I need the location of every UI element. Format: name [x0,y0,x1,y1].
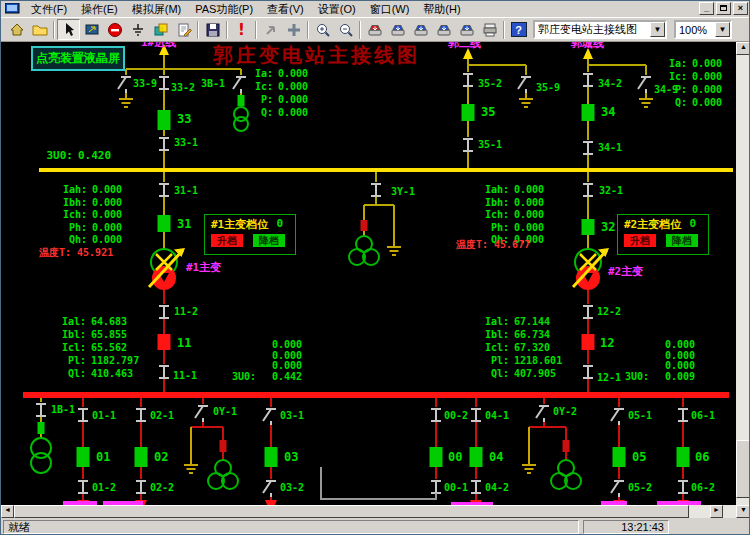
scroll-up-icon[interactable]: ▲ [736,42,750,55]
device-blue-button[interactable] [386,19,409,40]
switch-01-2[interactable] [78,481,88,493]
switch-11-1[interactable] [159,366,169,378]
chevron-down-icon[interactable]: ▼ [650,22,665,37]
breaker-33[interactable] [158,110,171,130]
ground-tool-button[interactable] [126,19,149,40]
switch-12-1[interactable] [583,366,593,378]
switch-35-9[interactable] [518,77,531,93]
breaker-31[interactable] [158,215,171,232]
switch-04-2[interactable] [471,481,481,493]
breaker-00[interactable] [430,447,443,467]
switch-0y-2[interactable] [536,406,549,422]
breaker-02[interactable] [135,447,148,467]
tap-up-button[interactable]: 升档 [624,234,656,247]
switch-11-2[interactable] [159,306,169,318]
pt-10kv-2[interactable] [551,460,581,489]
menu-item[interactable]: PAS功能(P) [188,1,260,18]
main-transformer-2[interactable] [573,248,609,290]
breaker-05[interactable] [613,447,626,467]
vertical-scrollbar[interactable]: ▲ ▼ [736,42,750,518]
tap-up-button[interactable]: 升档 [211,234,243,247]
switch-34-2[interactable] [583,74,593,86]
switch-35-1[interactable] [463,139,473,151]
screen-tool-button[interactable] [80,19,103,40]
breaker-04[interactable] [470,447,483,467]
alarm-button[interactable]: ! [230,19,253,40]
switch-33-1[interactable] [159,138,169,150]
stop-button[interactable] [103,19,126,40]
edit-page-button[interactable] [172,19,195,40]
switch-32-1[interactable] [583,184,593,196]
switch-02-2[interactable] [136,481,146,493]
switch-1b-1[interactable] [36,404,46,416]
breaker-12[interactable] [582,334,595,350]
device-blue-button[interactable] [409,19,432,40]
switch-35-2[interactable] [463,74,473,86]
switch-00-2[interactable] [431,409,441,421]
breaker-32[interactable] [582,219,595,235]
switch-33-2[interactable] [159,77,169,89]
device-blue-button[interactable] [432,19,455,40]
menu-item[interactable]: 文件(F) [24,1,74,18]
menu-item[interactable]: 窗口(W) [363,1,417,18]
station-transformer-1b[interactable] [31,453,51,473]
hscroll-thumb[interactable] [14,505,689,518]
pan-button[interactable] [259,19,282,40]
device-red-button[interactable] [363,19,386,40]
graphics-tool-button[interactable] [149,19,172,40]
breaker-06[interactable] [677,447,690,467]
save-button[interactable] [201,19,224,40]
switch-3y-1[interactable] [371,184,381,196]
pt-35kv[interactable] [349,236,379,265]
print-button[interactable] [478,19,501,40]
view-combobox[interactable]: 郭庄变电站主接线图 ▼ [533,20,667,39]
help-button[interactable]: ? [507,19,530,40]
menu-item[interactable]: 模拟屏(M) [125,1,189,18]
chevron-down-icon[interactable]: ▼ [715,22,730,37]
scroll-down-icon[interactable]: ▼ [736,505,750,518]
zoom-in-button[interactable] [311,19,334,40]
station-transformer[interactable] [234,117,248,131]
scroll-right-icon[interactable]: ► [710,505,723,518]
breaker-01[interactable] [77,447,90,467]
switch-01-1[interactable] [78,409,88,421]
switch-06-2[interactable] [678,481,688,493]
breaker-35[interactable] [462,104,475,121]
tap-down-button[interactable]: 降档 [666,234,698,247]
select-cursor-button[interactable] [57,19,80,40]
breaker-11[interactable] [158,334,171,350]
switch-3b-1[interactable] [233,77,246,93]
close-button[interactable]: × [733,2,748,15]
breaker-03[interactable] [265,447,278,467]
main-transformer-1[interactable] [149,248,185,290]
bus-10kv[interactable] [23,392,729,398]
tap-down-button[interactable]: 降档 [253,234,285,247]
scroll-left-icon[interactable]: ◄ [1,505,14,518]
restore-button[interactable] [716,2,731,15]
switch-05-1[interactable] [611,409,624,425]
menu-item[interactable]: 帮助(H) [416,1,467,18]
minimize-button[interactable]: _ [699,2,714,15]
switch-0y-1[interactable] [195,406,208,422]
lcd-panel-button[interactable]: 点亮装置液晶屏 [31,46,125,71]
child-window-icon[interactable] [5,3,20,15]
switch-12-2[interactable] [583,306,593,318]
switch-03-2[interactable] [263,481,276,497]
open-button[interactable] [28,19,51,40]
switch-05-2[interactable] [611,481,624,497]
home-button[interactable] [5,19,28,40]
vscroll-thumb[interactable] [736,440,750,498]
device-blue-button[interactable] [455,19,478,40]
switch-00-1[interactable] [431,481,441,493]
switch-06-1[interactable] [678,409,688,421]
breaker-34[interactable] [582,104,595,121]
switch-34-1[interactable] [583,142,593,154]
horizontal-scrollbar[interactable]: ◄ ► [1,505,736,518]
menu-item[interactable]: 查看(V) [260,1,311,18]
pt-10kv-1[interactable] [208,460,238,489]
switch-02-1[interactable] [136,409,146,421]
menu-item[interactable]: 设置(O) [311,1,363,18]
switch-33-9[interactable] [118,77,131,93]
zoom-combobox[interactable]: 100% ▼ [674,20,732,39]
switch-34-9[interactable] [638,77,651,93]
